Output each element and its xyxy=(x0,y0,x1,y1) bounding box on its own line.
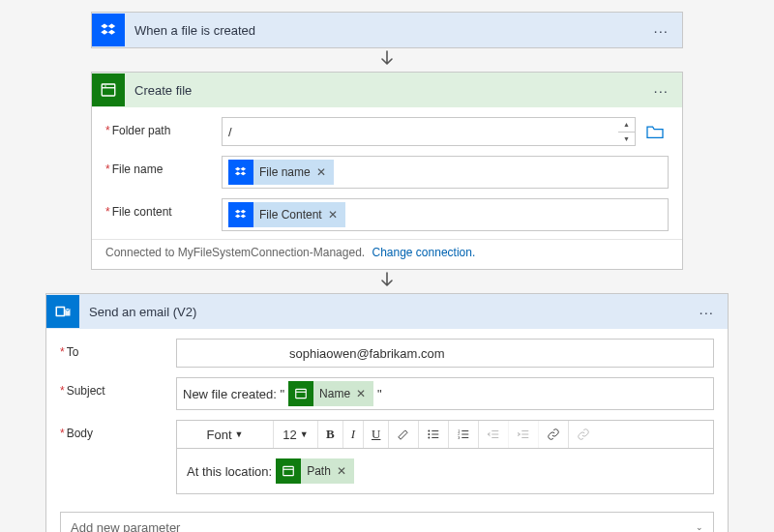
change-connection-link[interactable]: Change connection. xyxy=(372,246,475,259)
svg-point-5 xyxy=(429,430,431,432)
send-email-menu-button[interactable]: ··· xyxy=(695,304,718,320)
subject-input[interactable]: New file created: " Name ✕ " xyxy=(176,377,714,410)
unlink-button[interactable] xyxy=(569,421,598,448)
svg-point-7 xyxy=(429,437,431,439)
svg-rect-11 xyxy=(283,466,294,475)
subject-label: Subject xyxy=(60,377,176,398)
trigger-menu-button[interactable]: ··· xyxy=(649,22,672,39)
path-token[interactable]: Path ✕ xyxy=(276,458,354,484)
file-system-icon xyxy=(276,458,301,484)
body-label: Body xyxy=(60,420,176,440)
svg-rect-3 xyxy=(57,308,64,315)
svg-rect-0 xyxy=(102,84,115,96)
svg-point-1 xyxy=(104,85,106,87)
arrow-icon xyxy=(0,270,774,293)
link-button[interactable] xyxy=(539,421,569,448)
to-value: sophiaowen@fabrikam.com xyxy=(289,344,445,363)
file-name-input[interactable]: File name ✕ xyxy=(222,156,669,189)
token-remove-icon[interactable]: ✕ xyxy=(337,464,346,478)
trigger-title: When a file is created xyxy=(134,23,640,38)
trigger-header[interactable]: When a file is created ··· xyxy=(92,13,682,47)
send-email-header[interactable]: Send an email (V2) ··· xyxy=(46,294,728,329)
browse-folder-button[interactable] xyxy=(641,117,669,146)
send-email-card: Send an email (V2) ··· To sophiaowen@fab… xyxy=(45,293,729,532)
size-value: 12 xyxy=(283,428,296,442)
token-label: File Content xyxy=(259,208,322,222)
file-content-input[interactable]: File Content ✕ xyxy=(222,198,669,231)
to-label: To xyxy=(60,339,176,359)
bullet-list-button[interactable] xyxy=(419,421,449,448)
name-token[interactable]: Name ✕ xyxy=(288,381,373,406)
chevron-down-icon: ▼ xyxy=(300,429,309,439)
connection-text: Connected to MyFileSystemConnection-Mana… xyxy=(105,246,365,259)
svg-rect-4 xyxy=(296,389,307,398)
token-remove-icon[interactable]: ✕ xyxy=(356,387,366,400)
create-file-card: Create file ··· Folder path / ▲ ▼ xyxy=(91,72,683,270)
add-parameter-dropdown[interactable]: Add new parameter ⌄ xyxy=(60,512,714,532)
size-picker[interactable]: 12▼ xyxy=(274,421,318,448)
subject-prefix: New file created: " xyxy=(183,385,284,403)
folder-path-input[interactable]: / xyxy=(222,117,618,146)
file-system-icon xyxy=(92,74,125,106)
body-input[interactable]: At this location: Path ✕ xyxy=(176,449,714,494)
create-file-connection-line: Connected to MyFileSystemConnection-Mana… xyxy=(92,239,682,269)
file-system-icon xyxy=(288,381,313,406)
create-file-menu-button[interactable]: ··· xyxy=(649,82,672,99)
outlook-icon xyxy=(46,295,79,328)
token-label: Name xyxy=(319,387,350,400)
folder-path-label: Folder path xyxy=(105,117,222,137)
dropbox-icon xyxy=(92,14,125,46)
to-input[interactable]: sophiaowen@fabrikam.com xyxy=(176,339,714,368)
subject-suffix: " xyxy=(377,385,382,403)
file-content-token[interactable]: File Content ✕ xyxy=(228,202,345,227)
token-label: Path xyxy=(307,464,331,478)
file-name-token[interactable]: File name ✕ xyxy=(228,160,334,185)
token-remove-icon[interactable]: ✕ xyxy=(328,208,338,222)
highlight-button[interactable] xyxy=(389,421,419,448)
chevron-down-icon: ⌄ xyxy=(696,522,703,532)
folder-path-value: / xyxy=(228,123,232,141)
create-file-title: Create file xyxy=(134,83,640,98)
stepper-up-icon[interactable]: ▲ xyxy=(618,118,635,133)
indent-button[interactable] xyxy=(509,421,539,448)
send-email-title: Send an email (V2) xyxy=(89,305,685,319)
trigger-card: When a file is created ··· xyxy=(91,12,683,48)
folder-path-stepper[interactable]: ▲ ▼ xyxy=(618,117,636,146)
font-picker-label: Font xyxy=(207,428,232,442)
chevron-down-icon: ▼ xyxy=(235,429,244,439)
file-content-label: File content xyxy=(105,198,222,219)
dropbox-icon xyxy=(228,160,253,185)
underline-button[interactable]: U xyxy=(364,421,389,448)
italic-button[interactable]: I xyxy=(343,421,364,448)
token-remove-icon[interactable]: ✕ xyxy=(316,165,326,179)
token-label: File name xyxy=(259,165,311,179)
bold-button[interactable]: B xyxy=(318,421,343,448)
body-toolbar: Font▼ 12▼ B I U xyxy=(176,420,714,449)
body-prefix: At this location: xyxy=(187,462,272,481)
file-name-label: File name xyxy=(105,156,222,176)
stepper-down-icon[interactable]: ▼ xyxy=(618,133,635,146)
dropbox-icon xyxy=(228,202,253,227)
font-picker[interactable]: Font▼ xyxy=(177,421,274,448)
arrow-icon xyxy=(0,48,774,72)
outdent-button[interactable] xyxy=(479,421,509,448)
svg-text:3: 3 xyxy=(459,436,461,440)
add-parameter-label: Add new parameter xyxy=(71,520,180,533)
create-file-header[interactable]: Create file ··· xyxy=(92,73,682,107)
svg-point-6 xyxy=(429,433,431,435)
number-list-button[interactable]: 123 xyxy=(449,421,479,448)
